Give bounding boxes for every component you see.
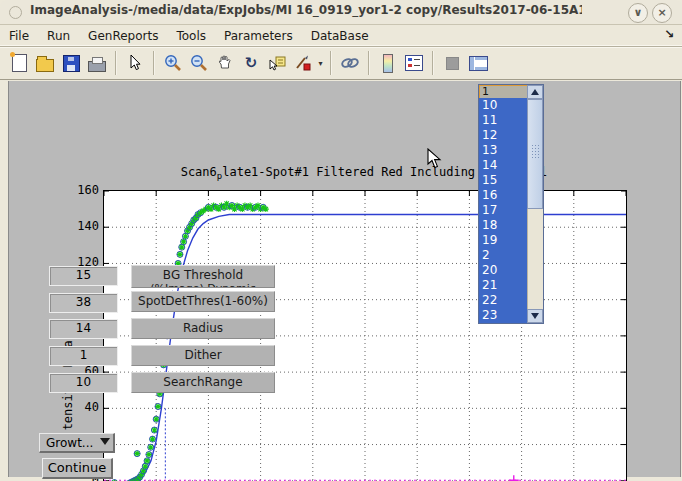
disabled-box-icon[interactable] — [440, 51, 464, 75]
bg-threshold-button[interactable]: BG Threshold(%Image) Dynamic — [131, 265, 275, 288]
bg-threshold-button-label2: (%Image) Dynamic — [132, 282, 274, 288]
list-item-19[interactable]: 19 — [479, 233, 527, 248]
window-title: ImageAnalysis-/media/data/ExpJobs/MI 16_… — [30, 3, 582, 17]
scroll-up-button[interactable] — [527, 85, 543, 99]
plot-tools-icon[interactable] — [466, 51, 490, 75]
list-item-23[interactable]: 23 — [479, 308, 527, 323]
search-range-button-label: SearchRange — [132, 376, 274, 389]
spot-det-thres-button-label: SpotDetThres(1-60%) — [132, 295, 274, 308]
app-window: ImageAnalysis-/media/data/ExpJobs/MI 16_… — [0, 0, 682, 481]
menu-item-file[interactable]: File — [0, 26, 38, 43]
bg-threshold-button-label: BG Threshold — [132, 269, 274, 282]
new-file-icon[interactable] — [7, 51, 31, 75]
spot-number-list-popup: 1 10111213141516171819220212223 — [478, 84, 544, 324]
plot-title-prefix: Scan6 — [181, 165, 217, 179]
rotate-3d-icon[interactable]: ↻ — [239, 51, 263, 75]
growth-model-dropdown[interactable]: Growt... — [39, 433, 115, 453]
figure-area: Scan6plate1-Spot#1 Filtered Red Includin… — [8, 81, 681, 477]
menu-item-database[interactable]: DataBase — [302, 26, 378, 43]
menu-bar: FileRunGenReportsToolsParametersDataBase… — [0, 25, 682, 47]
menu-overflow-arrow-icon[interactable]: ↘ — [664, 27, 674, 41]
radius-button[interactable]: Radius — [131, 318, 275, 339]
list-item-10[interactable]: 10 — [479, 98, 527, 113]
continue-button[interactable]: Continue — [42, 458, 113, 479]
toolbar-separator — [153, 51, 155, 75]
window-menu-icon[interactable] — [9, 6, 22, 19]
list-scrollbar[interactable] — [527, 85, 543, 323]
close-window-button[interactable]: × — [652, 3, 672, 23]
brush-dropdown-arrow[interactable]: ▾ — [316, 51, 325, 75]
list-item-11[interactable]: 11 — [479, 113, 527, 128]
list-item-22[interactable]: 22 — [479, 293, 527, 308]
list-item-focused[interactable]: 1 — [479, 85, 529, 99]
pointer-icon[interactable] — [123, 51, 147, 75]
radius-button-label: Radius — [132, 322, 274, 335]
toolbar: ↻▾ — [0, 47, 682, 80]
zoom-in-icon[interactable] — [161, 51, 185, 75]
spot-det-thres-button[interactable]: SpotDetThres(1-60%) — [131, 291, 275, 312]
radius-field[interactable]: 14 — [49, 319, 118, 339]
colorbar-icon[interactable] — [376, 51, 400, 75]
menu-item-run[interactable]: Run — [38, 26, 79, 43]
y-tick-label: 140 — [65, 219, 99, 233]
toolbar-separator — [368, 51, 370, 75]
brush-icon[interactable] — [291, 51, 315, 75]
toolbar-separator — [115, 51, 117, 75]
print-icon[interactable] — [85, 51, 109, 75]
zoom-out-icon[interactable] — [187, 51, 211, 75]
menu-item-tools[interactable]: Tools — [167, 26, 215, 43]
spot-det-thres-field[interactable]: 38 — [49, 293, 118, 313]
dither-field[interactable]: 1 — [49, 346, 118, 366]
scrollbar-track-lower[interactable] — [527, 209, 543, 309]
list-item-12[interactable]: 12 — [479, 128, 527, 143]
search-range-button[interactable]: SearchRange — [131, 372, 275, 393]
list-item-14[interactable]: 14 — [479, 158, 527, 173]
mouse-cursor-icon — [427, 148, 443, 173]
scroll-down-button[interactable] — [527, 309, 543, 323]
toolbar-separator — [330, 51, 332, 75]
list-item-15[interactable]: 15 — [479, 173, 527, 188]
y-axis-label-fragment: tensit — [61, 387, 75, 430]
shade-window-button[interactable]: ∨ — [628, 3, 648, 23]
list-item-20[interactable]: 20 — [479, 263, 527, 278]
arrow-down-icon — [531, 313, 539, 319]
open-file-icon[interactable] — [33, 51, 57, 75]
scrollbar-grip-icon — [531, 144, 540, 158]
pan-icon[interactable] — [213, 51, 237, 75]
list-item-17[interactable]: 17 — [479, 203, 527, 218]
y-tick-label: 160 — [65, 183, 99, 197]
arrow-up-icon — [531, 89, 539, 95]
growth-model-dropdown-label: Growt... — [46, 436, 93, 450]
chevron-down-icon — [100, 438, 110, 445]
plot-title: Scan6plate1-Spot#1 Filtered Red Includin… — [103, 165, 625, 181]
data-cursor-icon[interactable] — [265, 51, 289, 75]
list-item-18[interactable]: 18 — [479, 218, 527, 233]
menu-item-genreports[interactable]: GenReports — [79, 26, 167, 43]
list-item-21[interactable]: 21 — [479, 278, 527, 293]
list-item-2[interactable]: 2 — [479, 248, 527, 263]
search-range-field[interactable]: 10 — [49, 373, 118, 393]
save-icon[interactable] — [59, 51, 83, 75]
list-item-13[interactable]: 13 — [479, 143, 527, 158]
bg-threshold-field[interactable]: 15 — [49, 266, 118, 286]
menu-item-parameters[interactable]: Parameters — [215, 26, 302, 43]
title-bar[interactable]: ImageAnalysis-/media/data/ExpJobs/MI 16_… — [0, 0, 682, 25]
dither-button-label: Dither — [132, 349, 274, 362]
toolbar-separator — [432, 51, 434, 75]
list-item-16[interactable]: 16 — [479, 188, 527, 203]
dither-button[interactable]: Dither — [131, 345, 275, 366]
scrollbar-thumb[interactable] — [527, 99, 543, 209]
legend-icon[interactable] — [402, 51, 426, 75]
link-plots-icon[interactable] — [338, 51, 362, 75]
